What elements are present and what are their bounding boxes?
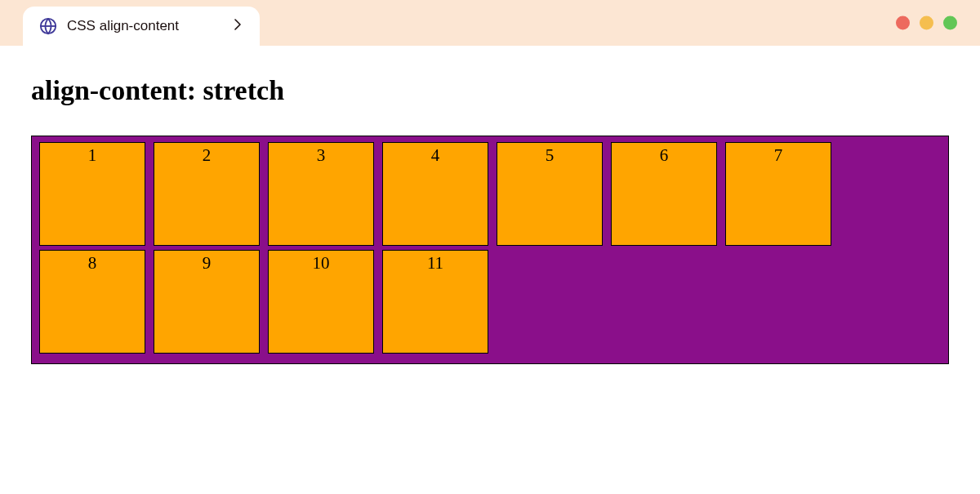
page-title: align-content: stretch xyxy=(31,75,949,106)
page-content: align-content: stretch 1 2 3 4 5 6 7 8 9… xyxy=(0,46,980,364)
tab-title: CSS align-content xyxy=(67,18,179,34)
window-maximize-button[interactable] xyxy=(943,16,957,30)
flex-item: 10 xyxy=(268,250,374,354)
flex-item: 1 xyxy=(39,142,145,246)
chevron-right-icon xyxy=(234,19,242,33)
browser-header: CSS align-content xyxy=(0,0,980,46)
flex-item: 7 xyxy=(725,142,831,246)
browser-tab[interactable]: CSS align-content xyxy=(23,7,260,46)
flex-container: 1 2 3 4 5 6 7 8 9 10 11 xyxy=(31,136,949,364)
flex-item: 8 xyxy=(39,250,145,354)
globe-icon xyxy=(39,17,57,35)
window-minimize-button[interactable] xyxy=(920,16,933,30)
flex-item: 4 xyxy=(382,142,488,246)
flex-item: 11 xyxy=(382,250,488,354)
flex-item: 3 xyxy=(268,142,374,246)
flex-item: 6 xyxy=(611,142,717,246)
flex-item: 5 xyxy=(497,142,603,246)
flex-item: 9 xyxy=(154,250,260,354)
flex-item: 2 xyxy=(154,142,260,246)
window-controls xyxy=(896,16,957,30)
window-close-button[interactable] xyxy=(896,16,910,30)
